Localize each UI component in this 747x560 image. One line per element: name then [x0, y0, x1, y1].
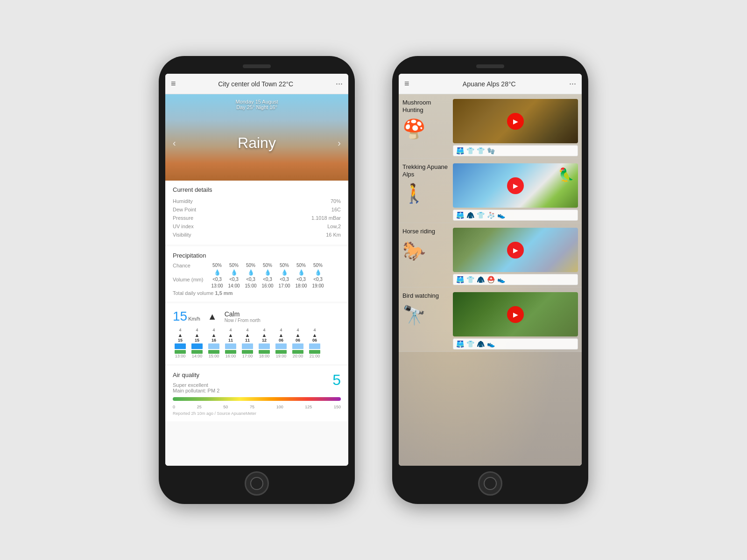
chance-values: 50% 50% 50% 50% 50% 50% 50%	[210, 263, 325, 268]
bird-media: ▶ 🩳 👕 🧥 👟	[453, 292, 578, 350]
city-title: City center old Town 22°C	[218, 80, 293, 88]
total-daily: Total daily volume 1,5 mm	[173, 290, 341, 296]
gear-pants-h: 🩳	[456, 276, 464, 283]
weather-date: Monday 15 August	[173, 99, 341, 105]
gear-shirt-1: 👕	[466, 147, 474, 154]
wind-bar-2: 4 ▲ 15 14:00	[190, 328, 204, 358]
wind-arrow-icon: ▲	[208, 311, 217, 322]
bird-info: Bird watching 🔭	[402, 292, 449, 350]
air-quality-section: Air quality Super excellent Main polluta…	[165, 366, 348, 421]
wind-section: 15 Km/h ▲ Calm Now / From north 4 ▲ 15	[165, 303, 348, 364]
bird-label: Bird watching	[402, 292, 439, 300]
wind-unit: Km/h	[188, 316, 200, 322]
app-header-2: ≡ Apuane Alps 28°C ···	[399, 74, 582, 94]
detail-row-pressure: Pressure 1.1018 mBar	[173, 214, 341, 222]
detail-row-uv: UV index Low,2	[173, 222, 341, 231]
horse-video[interactable]: ▶	[453, 228, 578, 272]
aq-reported: Reported 2h 10m ago / Source ApuaneMeter	[173, 411, 341, 416]
mushroom-media: ▶ 🩳 👕 👕 🧤	[453, 99, 578, 156]
weather-overlay: Monday 15 August Day 25° Night 16° ‹ Rai…	[165, 94, 348, 181]
wind-bar-7: 4 ▲ 06 19:00	[274, 328, 289, 358]
aq-title: Air quality	[173, 371, 219, 378]
aq-scale: 0 25 50 75 100 125 150	[173, 405, 341, 409]
gear-boot-h: 👟	[497, 276, 505, 283]
gear-pants-t: 🩳	[456, 211, 464, 219]
horse-play-btn[interactable]: ▶	[507, 242, 524, 259]
precipitation-section: Precipitation Chance 50% 50% 50% 50% 50%…	[165, 246, 348, 301]
menu-icon[interactable]: ≡	[171, 79, 176, 89]
bird-video[interactable]: ▶	[453, 292, 578, 336]
gear-jacket-h: 🧥	[477, 276, 485, 283]
mushroom-play-btn[interactable]: ▶	[507, 113, 524, 130]
activity-bird: Bird watching 🔭 ▶ 🩳 👕 🧥 👟	[399, 287, 582, 352]
horse-media: ▶ 🩳 👕 🧥 ⛑️ 👟	[453, 228, 578, 285]
wind-bar-1: 4 ▲ 15 13:00	[173, 328, 188, 358]
gear-shirt-b: 👕	[466, 340, 474, 348]
activity-trekking: Trekking Apuane Alps 🚶 🦜 ▶ 🩳 🧥 👕 🧦	[399, 159, 582, 223]
bird-gear: 🩳 👕 🧥 👟	[453, 338, 578, 350]
aq-score: 5	[332, 371, 341, 389]
gear-pants-b: 🩳	[456, 340, 464, 348]
home-button[interactable]	[245, 471, 269, 496]
time-values: 13:00 14:00 15:00 16:00 17:00 18:00 19:0…	[210, 283, 325, 288]
current-details-title: Current details	[173, 186, 341, 193]
gear-helmet-h: ⛑️	[487, 276, 495, 283]
drop-icons: 💧 💧 💧 💧 💧 💧 💧	[210, 269, 325, 276]
mushroom-info: Mushroom Hunting 🍄	[402, 99, 449, 156]
trekking-label: Trekking Apuane Alps	[402, 163, 449, 178]
gear-socks-t: 🧦	[487, 211, 495, 219]
wind-bar-6: 4 ▲ 12 18:00	[257, 328, 272, 358]
chance-label: Chance	[173, 263, 210, 268]
horse-gear: 🩳 👕 🧥 ⛑️ 👟	[453, 274, 578, 285]
weather-condition: Rainy	[238, 134, 276, 152]
mushroom-gear: 🩳 👕 👕 🧤	[453, 145, 578, 156]
bird-play-btn[interactable]: ▶	[507, 306, 524, 323]
detail-row-dewpoint: Dew Point 16C	[173, 205, 341, 214]
gear-shirt-h: 👕	[466, 276, 474, 283]
phone-2: ≡ Apuane Alps 28°C ··· Mushroom Hunting …	[392, 56, 588, 504]
volume-values: <0,3 <0,3 <0,3 <0,3 <0,3 <0,3 <0,3	[210, 277, 325, 282]
more-icon-2[interactable]: ···	[569, 79, 576, 89]
aq-description: Super excellent	[173, 382, 219, 388]
more-icon[interactable]: ···	[336, 79, 343, 89]
wind-bar-4: 4 ▲ 11 16:00	[223, 328, 238, 358]
trekking-video[interactable]: 🦜 ▶	[453, 163, 578, 208]
gear-pants-1: 🩳	[456, 147, 464, 154]
menu-icon-2[interactable]: ≡	[404, 79, 409, 89]
trekking-icon: 🚶	[402, 182, 426, 204]
trekking-play-btn[interactable]: ▶	[507, 177, 524, 194]
gear-glove-1: 🧤	[487, 147, 495, 154]
wind-header: 15 Km/h ▲ Calm Now / From north	[173, 309, 341, 324]
gear-jacket-b: 🧥	[477, 340, 485, 348]
weather-card: Monday 15 August Day 25° Night 16° ‹ Rai…	[165, 94, 348, 181]
mushroom-icon: 🍄	[402, 118, 426, 140]
weather-prev[interactable]: ‹	[173, 138, 176, 148]
wind-bar-5: 4 ▲ 11 17:00	[240, 328, 255, 358]
phone-speaker	[243, 64, 271, 68]
phone-1-screen: ≡ City center old Town 22°C ··· Monday 1…	[165, 74, 348, 466]
phone-2-speaker	[476, 64, 504, 68]
trekking-info: Trekking Apuane Alps 🚶	[402, 163, 449, 221]
weather-next[interactable]: ›	[338, 138, 341, 148]
phone-1: ≡ City center old Town 22°C ··· Monday 1…	[159, 56, 355, 504]
gear-boot-t: 👟	[497, 211, 505, 219]
city-title-2: Apuane Alps 28°C	[463, 80, 516, 88]
wind-bars: 4 ▲ 15 13:00 4 ▲ 15 14:00	[173, 328, 341, 358]
weather-day-night: Day 25° Night 16°	[173, 105, 341, 110]
screen-content: Current details Humidity 70% Dew Point 1…	[165, 181, 348, 466]
total-daily-value: 1,5 mm	[215, 290, 233, 296]
app-header: ≡ City center old Town 22°C ···	[165, 74, 348, 94]
wind-bar-8: 4 ▲ 06 20:00	[290, 328, 305, 358]
home-button-2[interactable]	[478, 471, 502, 496]
aq-bar	[173, 397, 341, 401]
precipitation-title: Precipitation	[173, 252, 341, 259]
wind-description: Calm	[225, 310, 261, 318]
wind-bar-9: 4 ▲ 06 21:00	[307, 328, 322, 358]
weather-nav: ‹ Rainy ›	[173, 134, 341, 152]
wind-direction: Now / From north	[225, 318, 261, 323]
gear-shirt-t: 👕	[477, 211, 485, 219]
volume-label	[173, 269, 210, 276]
detail-row-humidity: Humidity 70%	[173, 197, 341, 205]
volume-mm-label: Volume (mm)	[173, 277, 210, 282]
mushroom-video[interactable]: ▶	[453, 99, 578, 143]
